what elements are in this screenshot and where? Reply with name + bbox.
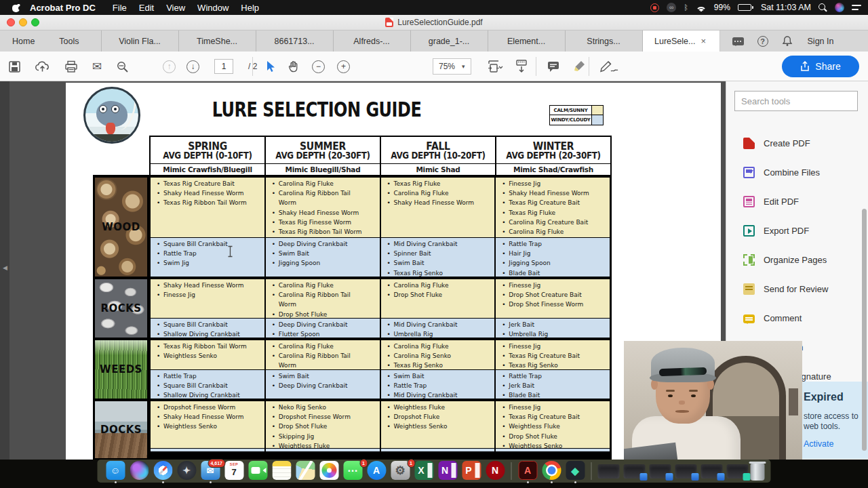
- page-scrolling-icon[interactable]: [514, 59, 529, 74]
- tool-combine-files[interactable]: Combine Files: [726, 158, 868, 187]
- screen-record-icon[interactable]: [650, 3, 659, 12]
- dock-item-appstore[interactable]: A: [367, 461, 386, 481]
- legend-label: CALM/SUNNY: [550, 106, 592, 115]
- dock-item-safari[interactable]: [153, 461, 172, 481]
- dock-item-filmora[interactable]: ◆: [566, 461, 585, 481]
- tab-document[interactable]: Element...: [488, 30, 566, 52]
- tab-document[interactable]: Alfreds-...: [334, 30, 411, 52]
- dock-item-notes[interactable]: [272, 461, 291, 481]
- minimize-window-button[interactable]: [19, 18, 27, 26]
- collapse-left-panel-icon[interactable]: ◀: [3, 264, 7, 271]
- windy-lure-list: Rattle TrapJerk BaitBlade Bait: [496, 370, 610, 399]
- menubar-item-window[interactable]: Window: [197, 3, 229, 13]
- tool-organize-pages[interactable]: Organize Pages: [726, 245, 868, 274]
- dock-item-siri[interactable]: [130, 461, 149, 481]
- tab-document[interactable]: TimeShe...: [179, 30, 256, 52]
- dock-item-finder[interactable]: ☺: [106, 461, 125, 481]
- notifications-bell-icon[interactable]: [782, 35, 793, 47]
- minimized-window[interactable]: [624, 464, 646, 479]
- dock-item-excel[interactable]: X: [414, 461, 433, 481]
- tab-document[interactable]: Violin Fla...: [102, 30, 179, 52]
- zoom-level-select[interactable]: 75% ▾: [433, 58, 471, 75]
- lure-item: Rattle Trap: [155, 249, 262, 258]
- close-icon[interactable]: ×: [699, 36, 707, 46]
- spotlight-icon[interactable]: [818, 3, 827, 12]
- tab-home[interactable]: Home: [0, 30, 47, 52]
- share-button[interactable]: Share: [782, 56, 859, 77]
- tool-comment[interactable]: Comment: [726, 304, 868, 333]
- dock-item-mail[interactable]: ✉4,617: [201, 461, 220, 481]
- tab-document[interactable]: 8661713...: [256, 30, 334, 52]
- tab-document[interactable]: Strings...: [566, 30, 643, 52]
- dock-item-messages[interactable]: …1: [343, 461, 362, 481]
- habitat-photo-weeds: WEEDS: [95, 340, 149, 399]
- menu-clock[interactable]: Sat 11:03 AM: [761, 3, 811, 12]
- tab-document[interactable]: grade_1-...: [411, 30, 488, 52]
- right-scrollbar-thumb[interactable]: [862, 209, 867, 451]
- minimized-window[interactable]: [598, 464, 620, 479]
- menubar-item-edit[interactable]: Edit: [139, 3, 154, 13]
- dock-item-acrobat[interactable]: A: [518, 461, 537, 481]
- close-window-button[interactable]: [7, 18, 15, 26]
- dock-item-calendar[interactable]: SEP7: [224, 461, 243, 481]
- minimized-window[interactable]: [650, 464, 671, 479]
- menubar-item-view[interactable]: View: [166, 3, 185, 13]
- dock-item-netflix[interactable]: N: [486, 461, 505, 481]
- creative-cloud-icon[interactable]: ∞: [667, 3, 676, 12]
- search-document-icon[interactable]: [116, 60, 130, 73]
- previous-page-button[interactable]: ↑: [163, 60, 176, 73]
- zoom-window-button[interactable]: [31, 18, 39, 26]
- siri-icon[interactable]: [835, 3, 844, 12]
- minimized-window[interactable]: [727, 464, 749, 479]
- zoom-in-button[interactable]: +: [337, 60, 350, 73]
- season-cell: Carolina Rig FlukeCarolina Rig Ribbon Ta…: [264, 279, 380, 338]
- select-tool-icon[interactable]: [264, 60, 275, 73]
- dock-item-facetime[interactable]: [248, 461, 267, 481]
- wifi-icon[interactable]: [696, 4, 707, 12]
- minimized-window[interactable]: [675, 464, 697, 479]
- season-cell: Carolina Rig FlukeCarolina Rig Ribbon Ta…: [264, 178, 380, 277]
- dock-item-photos[interactable]: [319, 461, 338, 481]
- highlighter-icon[interactable]: [572, 60, 587, 73]
- fit-width-icon[interactable]: [487, 59, 503, 74]
- trash-icon[interactable]: [751, 464, 765, 481]
- dock-item-maps[interactable]: [296, 461, 315, 481]
- feedback-icon[interactable]: [732, 37, 744, 45]
- minimized-window[interactable]: [701, 464, 723, 479]
- calm-lure-list: Texas Rig Ribbon Tail WormWeightless Sen…: [151, 340, 264, 370]
- save-icon[interactable]: [8, 60, 21, 73]
- comment-tool-icon[interactable]: [547, 60, 560, 73]
- notification-center-icon[interactable]: [852, 4, 861, 11]
- tab-tools[interactable]: Tools: [47, 30, 91, 52]
- page-number-input[interactable]: [214, 59, 233, 74]
- zoom-out-button[interactable]: −: [312, 60, 325, 73]
- next-page-button[interactable]: ↓: [186, 60, 199, 73]
- help-icon[interactable]: ?: [757, 36, 768, 47]
- pdf-page[interactable]: LURE SELECTION GUIDE CALM/SUNNYWINDY/CLO…: [66, 83, 721, 460]
- menubar-item-help[interactable]: Help: [241, 3, 259, 13]
- bluetooth-icon[interactable]: ᛒ: [684, 4, 688, 12]
- tab-document[interactable]: LureSele...×: [643, 30, 720, 52]
- tool-export-pdf[interactable]: Export PDF: [726, 216, 868, 245]
- activate-link[interactable]: Activate: [804, 439, 861, 449]
- dock-item-onenote[interactable]: N: [438, 461, 457, 481]
- menubar-item-file[interactable]: File: [113, 3, 127, 13]
- dock-item-chrome[interactable]: [542, 461, 561, 481]
- lure-item: Mid Diving Crankbait: [385, 390, 492, 399]
- upload-cloud-icon[interactable]: [35, 60, 50, 73]
- sign-in-button[interactable]: Sign In: [808, 37, 834, 46]
- lure-item: Deep Diving Crankbait: [270, 381, 377, 390]
- dock-item-settings[interactable]: ⚙1: [391, 461, 410, 481]
- apple-menu-icon[interactable]: [12, 3, 20, 12]
- tool-create-pdf[interactable]: Create PDF: [726, 129, 868, 158]
- app-menu-title[interactable]: Acrobat Pro DC: [30, 3, 96, 13]
- dock-item-launchpad[interactable]: ✦: [177, 461, 196, 481]
- search-tools-input[interactable]: [734, 91, 858, 111]
- sign-pen-icon[interactable]: [599, 59, 620, 74]
- tool-edit-pdf[interactable]: Edit PDF: [726, 187, 868, 216]
- email-icon[interactable]: ✉: [92, 60, 102, 74]
- dock-item-powerpoint[interactable]: P: [462, 461, 481, 481]
- print-icon[interactable]: [64, 60, 78, 73]
- hand-tool-icon[interactable]: [288, 60, 300, 73]
- tool-send-for-review[interactable]: Send for Review: [726, 274, 868, 304]
